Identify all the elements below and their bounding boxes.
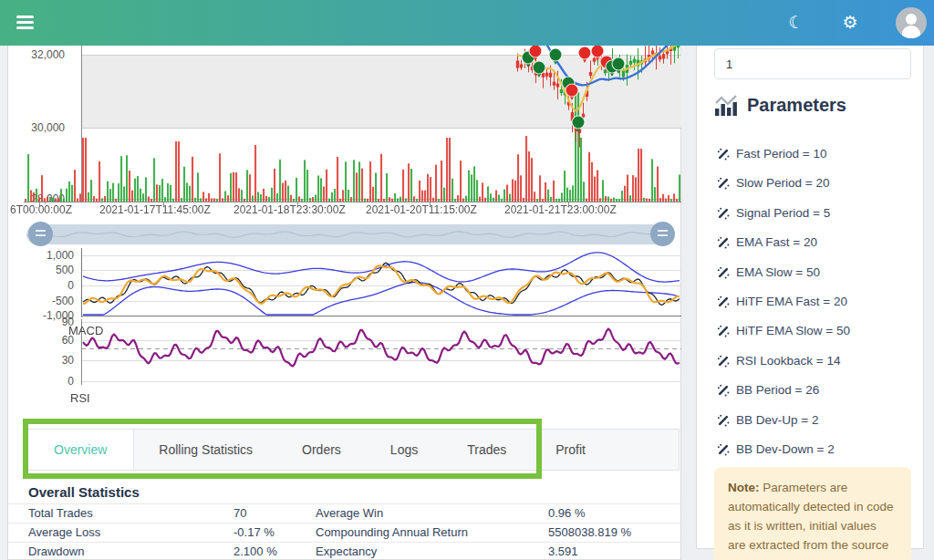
note-label: Note:: [728, 481, 760, 494]
slider-handle-right[interactable]: [650, 222, 675, 246]
parameter-item: EMA Fast = 20: [717, 236, 850, 249]
stat-value: 5508038.819 %: [548, 524, 664, 542]
backtest-number-input[interactable]: [714, 48, 911, 79]
parameter-text: BB Dev-Down = 2: [736, 443, 835, 456]
wand-icon: [717, 236, 730, 249]
date-tick: 2021-01-17T11:45:00Z: [99, 203, 211, 216]
parameter-item: BB Period = 26: [717, 384, 850, 397]
date-tick: 2021-01-21T23:00:00Z: [504, 203, 617, 216]
macd-chart[interactable]: [81, 248, 681, 317]
tab-overview[interactable]: Overview: [27, 430, 134, 470]
parameter-item: HiTF EMA Fast = 20: [717, 296, 850, 308]
rsi-y-tick: 0: [12, 374, 74, 389]
stat-label: Expectancy: [316, 543, 548, 560]
parameters-title: Parameters: [747, 95, 846, 116]
parameter-item: Signal Period = 5: [717, 207, 850, 220]
top-bar: ☾ ⚙: [0, 0, 934, 46]
parameter-item: HiTF EMA Slow = 50: [717, 325, 850, 337]
bar-chart-icon: [714, 94, 739, 116]
tab-logs[interactable]: Logs: [366, 430, 442, 470]
overall-statistics-table: Total Trades 70 Average Win 0.96 % Avera…: [8, 503, 682, 560]
macd-y-tick: 0: [12, 278, 74, 293]
backtest-results-panel: 32,000 30,000 28,000 6T00:00:00Z 2021-01…: [7, 46, 681, 560]
stat-value: 3.591: [548, 543, 664, 560]
macd-y-tick: 500: [12, 263, 74, 277]
tab-orders[interactable]: Orders: [277, 430, 366, 470]
wand-icon: [717, 414, 730, 427]
wand-icon: [717, 443, 730, 456]
slider-minimap: [26, 224, 673, 244]
parameter-item: Fast Period = 10: [717, 148, 850, 161]
wand-icon: [717, 296, 730, 308]
results-tab-bar: Overview Rolling Statistics Orders Logs …: [26, 429, 680, 471]
rsi-y-tick: 60: [12, 333, 74, 347]
stat-label: Total Trades: [28, 504, 234, 523]
gear-icon[interactable]: ⚙: [832, 0, 868, 46]
parameter-text: BB Period = 26: [736, 384, 819, 397]
parameter-text: BB Dev-Up = 2: [736, 414, 818, 427]
stat-label: Drawdown: [28, 543, 234, 560]
tab-trades[interactable]: Trades: [442, 430, 531, 470]
overall-statistics-title: Overall Statistics: [28, 484, 140, 500]
parameter-text: Slow Period = 20: [736, 177, 829, 190]
rsi-y-tick: 90: [12, 315, 74, 329]
parameter-item: BB Dev-Up = 2: [717, 414, 850, 427]
wand-icon: [717, 266, 730, 279]
parameters-header: Parameters: [714, 94, 846, 116]
wand-icon: [717, 177, 730, 190]
parameter-text: EMA Fast = 20: [736, 236, 817, 249]
parameter-item: RSI Lookback = 14: [717, 355, 850, 368]
parameter-text: Fast Period = 10: [736, 148, 826, 161]
rsi-y-tick: 30: [12, 353, 74, 368]
rsi-chart[interactable]: [81, 319, 681, 385]
parameter-item: EMA Slow = 50: [717, 266, 850, 279]
rsi-pane-label: RSI: [70, 391, 90, 405]
table-row: Average Loss -0.17 % Compounding Annual …: [8, 523, 682, 542]
date-tick: 2021-01-20T11:15:00Z: [366, 203, 477, 216]
date-tick: 6T00:00:00Z: [10, 203, 72, 216]
menu-icon[interactable]: [16, 16, 34, 30]
parameter-item: Slow Period = 20: [717, 177, 850, 190]
parameter-text: RSI Lookback = 14: [736, 355, 840, 368]
chart-range-slider[interactable]: [26, 224, 673, 244]
table-row: Total Trades 70 Average Win 0.96 %: [8, 503, 682, 523]
wand-icon: [717, 325, 730, 337]
tab-rolling-statistics[interactable]: Rolling Statistics: [134, 430, 277, 470]
date-tick: 2021-01-18T23:30:00Z: [234, 203, 346, 216]
parameter-text: Signal Period = 5: [736, 207, 830, 220]
macd-y-tick: 1,000: [12, 248, 74, 263]
macd-y-tick: -500: [12, 294, 74, 308]
parameters-note: Note: Parameters are automatically detec…: [714, 467, 911, 560]
parameters-list: Fast Period = 10 Slow Period = 20 Signal…: [717, 148, 850, 472]
parameter-item: BB Dev-Down = 2: [717, 443, 850, 456]
slider-handle-left[interactable]: [28, 222, 53, 246]
stat-label: Average Win: [316, 504, 548, 523]
price-volume-chart[interactable]: [24, 46, 681, 206]
stat-value: 2.100 %: [234, 543, 316, 560]
wand-icon: [717, 384, 730, 397]
wand-icon: [717, 148, 730, 161]
parameter-text: EMA Slow = 50: [736, 266, 820, 279]
table-row: Drawdown 2.100 % Expectancy 3.591: [8, 542, 682, 560]
parameters-sidebar: Parameters Fast Period = 10 Slow Period …: [696, 46, 924, 549]
parameter-text: HiTF EMA Fast = 20: [736, 296, 847, 308]
stat-label: Compounding Annual Return: [316, 524, 548, 542]
stat-value: -0.17 %: [234, 524, 316, 542]
macd-pane-label: MACD: [68, 324, 103, 337]
tab-profit[interactable]: Profit: [531, 430, 610, 470]
stat-label: Average Loss: [28, 524, 234, 542]
dark-mode-moon-icon[interactable]: ☾: [778, 0, 815, 46]
wand-icon: [717, 355, 730, 368]
avatar[interactable]: [896, 7, 927, 38]
user-icon: [896, 7, 927, 38]
wand-icon: [717, 207, 730, 220]
parameter-text: HiTF EMA Slow = 50: [736, 325, 850, 337]
stat-value: 70: [234, 504, 316, 523]
stat-value: 0.96 %: [548, 504, 664, 523]
